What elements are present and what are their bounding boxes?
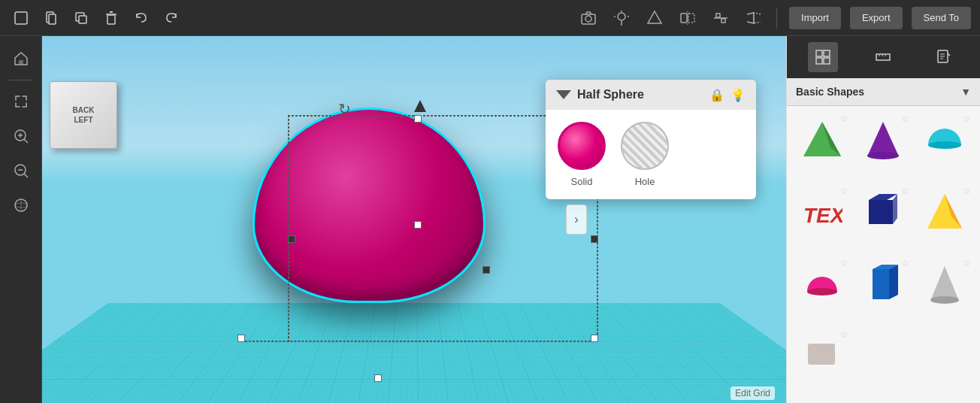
svg-marker-59	[930, 266, 959, 301]
svg-point-55	[807, 288, 837, 295]
cube-navigator[interactable]: BACK LEFT	[50, 81, 117, 149]
shape-img-pyramid-green	[800, 117, 845, 162]
rotate3d-button[interactable]	[6, 190, 36, 220]
hole-option[interactable]: Hole	[621, 122, 669, 187]
hole-label: Hole	[635, 176, 655, 187]
shape-star-3[interactable]: ☆	[963, 114, 971, 124]
svg-point-60	[930, 296, 959, 304]
shape-star-9[interactable]: ☆	[963, 258, 971, 268]
viewport[interactable]: BACK LEFT ↻ ↺	[42, 36, 786, 403]
property-panel: Half Sphere 🔒 💡 Solid Hole	[546, 80, 756, 199]
shape-star-4[interactable]: ☆	[840, 186, 848, 196]
svg-marker-52	[893, 194, 897, 224]
panel-tab-notes[interactable]	[929, 42, 959, 72]
mirror-view-button[interactable]	[674, 6, 701, 30]
undo-button[interactable]	[129, 6, 153, 30]
svg-rect-5	[107, 15, 115, 24]
svg-rect-50	[869, 200, 893, 224]
shape-item-cone-gray[interactable]: ☆	[915, 256, 974, 326]
svg-rect-32	[816, 50, 822, 56]
camera-view-button[interactable]	[575, 6, 602, 30]
flip-view-button[interactable]	[740, 6, 767, 30]
shape-item-text[interactable]: ☆ TEXT	[793, 184, 851, 253]
shape-img-cone-gray	[922, 261, 967, 306]
lock-button[interactable]: 🔒	[709, 88, 724, 102]
toolbar: Import Export Send To	[0, 0, 980, 36]
grid-floor	[42, 303, 786, 403]
cube-face[interactable]: BACK LEFT	[50, 81, 117, 149]
shape-star-1[interactable]: ☆	[840, 114, 848, 124]
paste-button[interactable]	[39, 6, 63, 30]
duplicate-button[interactable]	[69, 6, 93, 30]
svg-point-48	[928, 141, 961, 149]
solid-option[interactable]: Solid	[558, 122, 606, 187]
shape-star-6[interactable]: ☆	[963, 186, 971, 196]
solid-color-circle[interactable]	[558, 122, 606, 170]
light-view-button[interactable]	[608, 6, 635, 30]
svg-rect-2	[49, 14, 56, 24]
shape-img-box-navy	[861, 189, 906, 234]
home-button[interactable]	[6, 44, 36, 74]
align-view-button[interactable]	[707, 6, 734, 30]
property-header: Half Sphere 🔒 💡	[546, 80, 756, 110]
property-title: Half Sphere	[577, 88, 703, 102]
panel-scroll-button[interactable]: ›	[566, 205, 587, 235]
panel-tab-ruler[interactable]	[868, 42, 898, 72]
svg-point-9	[585, 16, 591, 22]
right-panel-tabs	[787, 36, 980, 78]
panel-dropdown-button[interactable]: ▼	[960, 86, 971, 98]
panel-header-title: Basic Shapes	[796, 86, 960, 98]
shape-img-row4-1	[800, 332, 845, 377]
svg-rect-15	[681, 14, 687, 23]
cube-back-label: BACK	[73, 106, 95, 114]
property-body: Solid Hole	[546, 110, 756, 199]
shape-item-halfsphere-teal[interactable]: ☆	[915, 112, 974, 181]
svg-marker-58	[889, 265, 898, 299]
cube-left-label: LEFT	[74, 116, 93, 124]
shape-item-pyramid-yellow[interactable]: ☆	[915, 184, 974, 253]
handle-right-mid[interactable]	[591, 235, 598, 243]
svg-rect-20	[721, 19, 725, 23]
shape-star-2[interactable]: ☆	[901, 114, 909, 124]
svg-rect-33	[824, 50, 830, 56]
zoom-out-button[interactable]	[6, 156, 36, 186]
import-button[interactable]: Import	[789, 7, 841, 29]
shapes-grid: ☆ ☆ ☆ ☆ TEXT	[787, 106, 980, 403]
collapse-button[interactable]	[556, 87, 571, 102]
sendto-button[interactable]: Send To	[912, 7, 971, 29]
shape-star-8[interactable]: ☆	[901, 258, 909, 268]
half-sphere-object[interactable]	[253, 108, 485, 303]
redo-button[interactable]	[159, 6, 183, 30]
shape-item-pyramid-green[interactable]: ☆	[793, 112, 851, 181]
shape-star-5[interactable]: ☆	[901, 186, 909, 196]
export-button[interactable]: Export	[850, 7, 903, 29]
new-button[interactable]	[9, 6, 33, 30]
edit-grid-label[interactable]: Edit Grid	[730, 386, 775, 400]
svg-rect-35	[824, 58, 830, 64]
shape-star-7[interactable]: ☆	[840, 258, 848, 268]
cube-face-labels: BACK LEFT	[50, 82, 116, 148]
svg-rect-21	[19, 60, 23, 65]
fit-button[interactable]	[6, 86, 36, 117]
svg-point-10	[618, 13, 625, 20]
left-divider	[9, 80, 33, 80]
hole-color-circle[interactable]	[621, 122, 669, 170]
svg-rect-19	[716, 14, 720, 17]
shape-item-row4-1[interactable]: ☆	[793, 328, 851, 397]
svg-marker-53	[927, 194, 962, 229]
handle-corner-mid[interactable]	[482, 266, 490, 274]
height-arrow[interactable]	[414, 100, 426, 112]
shape-item-halfsphere-pink[interactable]: ☆	[793, 256, 851, 326]
zoom-in-button[interactable]	[6, 121, 36, 151]
svg-text:TEXT: TEXT	[803, 204, 842, 227]
shape-item-box-blue[interactable]: ☆	[854, 256, 913, 326]
panel-tab-grid[interactable]	[808, 42, 838, 72]
light-button[interactable]: 💡	[730, 88, 746, 102]
shape-item-box-navy[interactable]: ☆	[854, 184, 913, 253]
shape-item-cone-purple[interactable]: ☆	[854, 112, 913, 181]
delete-button[interactable]	[99, 6, 123, 30]
svg-rect-0	[15, 12, 27, 24]
right-panel-header: Basic Shapes ▼	[787, 78, 980, 106]
toolbar-divider	[776, 8, 777, 29]
shape-view-button[interactable]	[641, 6, 668, 30]
